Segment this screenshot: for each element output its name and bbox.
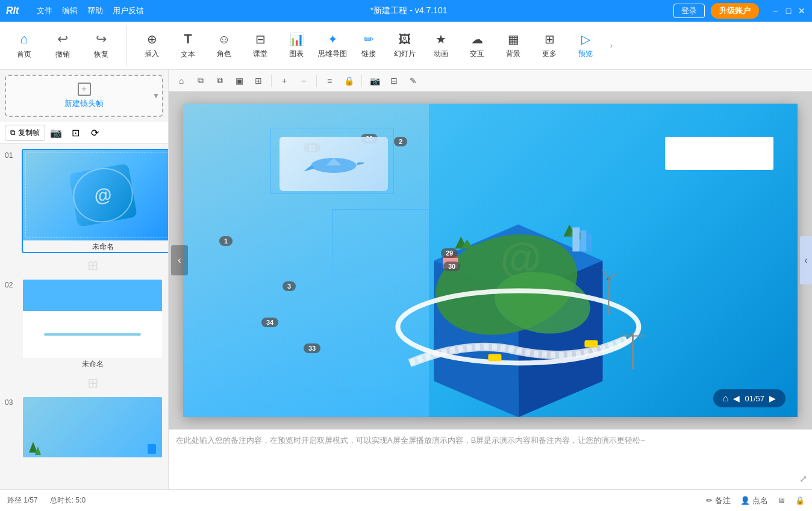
app-title: *新建工程 - v4.7.101	[144, 5, 673, 16]
undo-icon: ↩	[57, 31, 68, 47]
ct-divider-3	[361, 75, 362, 87]
toolbar-chart[interactable]: 📊 图表	[279, 25, 314, 66]
interact-icon: ☁	[471, 32, 483, 46]
ct-copy1-icon[interactable]: ⧉	[193, 73, 208, 89]
toolbar-character[interactable]: ☺ 角色	[207, 25, 242, 66]
menu-help[interactable]: 帮助	[87, 5, 103, 16]
ct-edit-icon[interactable]: ✎	[405, 73, 421, 89]
menu-feedback[interactable]: 用户反馈	[113, 5, 144, 16]
toolbar-link[interactable]: ✏ 链接	[351, 25, 386, 66]
loop-icon-btn[interactable]: ⟳	[86, 124, 103, 141]
slide-number-2: 02	[5, 281, 17, 289]
main-layout: + 新建镜头帧 ▼ ⧉ 复制帧 📷 ⊡ ⟳ 01	[0, 70, 812, 489]
ct-align-icon[interactable]: ≡	[322, 73, 337, 89]
slide-add-after-1[interactable]: ⊞	[22, 258, 163, 274]
character-icon: ☺	[218, 33, 230, 46]
ct-house-icon[interactable]: ⌂	[173, 73, 189, 89]
toolbar-background[interactable]: ▦ 背景	[496, 25, 531, 66]
ct-layer-icon[interactable]: ▣	[231, 73, 247, 89]
notes-text[interactable]: 在此处输入您的备注内容，在预览时开启双屏模式，可以实现A屏全屏播放演示内容，B屏…	[176, 434, 805, 447]
counter-home-icon[interactable]: ⌂	[723, 393, 729, 404]
toolbar-preview[interactable]: ▷ 预览	[568, 25, 603, 66]
crop-icon-btn[interactable]: ⊡	[67, 124, 84, 141]
menu-file[interactable]: 文件	[37, 5, 52, 16]
window-controls: − □ ✕	[771, 7, 806, 15]
toolbar-undo[interactable]: ↩ 撤销	[45, 25, 81, 66]
upgrade-button[interactable]: 升级账户	[711, 3, 759, 19]
maximize-button[interactable]: □	[784, 7, 793, 15]
ct-zoom-in-icon[interactable]: +	[276, 73, 292, 89]
menu-bar: 文件 编辑 帮助 用户反馈	[37, 5, 144, 16]
toolbar-home-label: 首页	[17, 49, 31, 60]
toolbar-text-label: 文本	[181, 49, 195, 60]
login-button[interactable]: 登录	[673, 4, 705, 18]
redo-icon: ↪	[96, 31, 107, 47]
toolbar-insert[interactable]: ⊕ 插入	[134, 25, 169, 66]
sidebar-toolbar: ⧉ 复制帧 📷 ⊡ ⟳	[0, 122, 168, 144]
status-bar: 路径 1/57 总时长: 5:0 ✏ 备注 👤 点名 🖥 🔒	[0, 489, 812, 511]
new-frame-button[interactable]: + 新建镜头帧 ▼	[5, 75, 163, 117]
copy-icon: ⧉	[10, 128, 16, 137]
attendance-label: 点名	[752, 495, 768, 506]
ct-group-icon[interactable]: ⊞	[251, 73, 266, 89]
nav-next-button[interactable]: ‹	[800, 236, 812, 284]
slide-thumb-3[interactable]	[22, 396, 163, 459]
toolbar-overflow[interactable]: ›	[605, 25, 617, 66]
camera-icon-btn[interactable]: 📷	[48, 124, 64, 141]
toolbar-interact[interactable]: ☁ 交互	[460, 25, 495, 66]
ct-screenshot-icon[interactable]: 📷	[367, 73, 383, 89]
toolbar-animation[interactable]: ★ 动画	[423, 25, 458, 66]
sidebar: + 新建镜头帧 ▼ ⧉ 复制帧 📷 ⊡ ⟳ 01	[0, 70, 169, 489]
counter-display: 01/57	[745, 394, 764, 403]
copy-frame-button[interactable]: ⧉ 复制帧	[5, 125, 45, 141]
text-icon: T	[184, 31, 192, 47]
add-icon-2: ⊞	[87, 375, 98, 391]
ct-lock-icon[interactable]: 🔒	[341, 73, 357, 89]
toolbar-slideshow[interactable]: 🖼 幻灯片	[387, 25, 422, 66]
status-btn-4[interactable]: 🔒	[795, 496, 805, 505]
toolbar-text[interactable]: T 文本	[170, 25, 205, 66]
slide-thumb-2[interactable]: 未命名	[22, 278, 163, 371]
new-frame-plus-icon: +	[78, 83, 91, 96]
status-path: 路径 1/57	[7, 495, 38, 506]
ct-zoom-out-icon[interactable]: −	[296, 73, 311, 89]
toolbar-insert-label: 插入	[145, 49, 159, 59]
slide-label-1: 未命名	[23, 242, 168, 252]
toolbar-classroom[interactable]: ⊟ 课堂	[243, 25, 278, 66]
text-box-white[interactable]	[665, 137, 773, 170]
notes-expand-icon[interactable]: ⤢	[799, 473, 807, 484]
badge-3: 3	[283, 281, 296, 291]
slide-item-2: 02 未命名	[5, 278, 163, 371]
preview-icon: ▷	[581, 32, 590, 46]
title-bar-left: RIt 文件 编辑 帮助 用户反馈	[6, 5, 144, 16]
toolbar-home[interactable]: ⌂ 首页	[6, 25, 42, 66]
counter-prev-icon[interactable]: ◀	[733, 393, 740, 403]
counter-next-icon[interactable]: ▶	[769, 393, 776, 403]
status-btn-3[interactable]: 🖥	[778, 496, 785, 505]
status-right: ✏ 备注 👤 点名 🖥 🔒	[706, 495, 805, 506]
svg-line-23	[608, 274, 616, 278]
close-button[interactable]: ✕	[798, 7, 806, 15]
nav-prev-button[interactable]: ‹	[171, 245, 188, 275]
ct-copy2-icon[interactable]: ⧉	[212, 73, 228, 89]
notes-btn-label: 备注	[715, 495, 731, 506]
attendance-btn[interactable]: 👤 点名	[740, 495, 768, 506]
slide-thumb-1[interactable]: @ 未命名	[22, 149, 168, 253]
slide-add-after-2[interactable]: ⊞	[22, 375, 163, 391]
slide-number-1: 01	[5, 151, 17, 160]
badge-2: 2	[394, 137, 407, 146]
status-left: 路径 1/57 总时长: 5:0	[7, 495, 86, 506]
menu-edit[interactable]: 编辑	[62, 5, 78, 16]
notes-btn[interactable]: ✏ 备注	[706, 495, 731, 506]
toolbar-more[interactable]: ⊞ 更多	[532, 25, 567, 66]
lock-icon: 🔒	[795, 496, 805, 505]
main-canvas-slide[interactable]: @	[183, 104, 798, 417]
notes-area: 在此处输入您的备注内容，在预览时开启双屏模式，可以实现A屏全屏播放演示内容，B屏…	[169, 429, 812, 489]
add-icon-1: ⊞	[87, 258, 98, 274]
chart-icon: 📊	[289, 32, 304, 46]
toolbar-mindmap[interactable]: ✦ 思维导图	[315, 25, 350, 66]
minimize-button[interactable]: −	[771, 7, 779, 15]
toolbar-redo[interactable]: ↪ 恢复	[83, 25, 119, 66]
ct-grid-icon[interactable]: ⊟	[386, 73, 402, 89]
classroom-icon: ⊟	[255, 32, 266, 46]
